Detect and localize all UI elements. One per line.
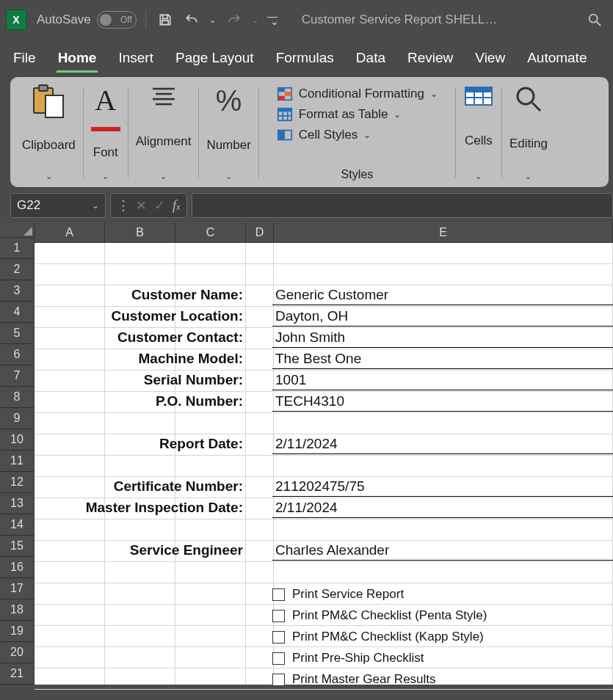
conditional-formatting-label: Conditional Formatting <box>299 87 424 101</box>
chevron-down-icon[interactable]: ⌄ <box>102 172 109 181</box>
conditional-formatting-button[interactable]: Conditional Formatting ⌄ <box>277 86 438 102</box>
row-header-14[interactable]: 14 <box>0 514 35 536</box>
chevron-down-icon[interactable]: ⌄ <box>475 172 482 181</box>
row-header-20[interactable]: 20 <box>0 642 35 663</box>
column-header-E[interactable]: E <box>274 222 613 243</box>
conditional-formatting-icon <box>277 86 293 102</box>
cell-styles-button[interactable]: Cell Styles ⌄ <box>277 127 438 143</box>
tab-page-layout[interactable]: Page Layout <box>174 45 255 73</box>
ribbon-group-cells[interactable]: Cells ⌄ <box>456 84 501 181</box>
save-button[interactable] <box>155 10 175 30</box>
format-as-table-icon <box>277 106 293 123</box>
autosave-toggle[interactable]: Off <box>97 11 137 29</box>
row-header-1[interactable]: 1 <box>0 238 35 259</box>
label-service-engineer: Service Engineer <box>35 542 247 558</box>
value-service-engineer[interactable]: Charles Alexander <box>272 542 613 561</box>
ribbon-group-alignment[interactable]: Alignment ⌄ <box>128 84 199 181</box>
value-report-date[interactable]: 2/11/2024 <box>272 436 613 454</box>
row-header-11[interactable]: 11 <box>0 451 35 472</box>
value-machine-model[interactable]: The Best One <box>272 351 613 369</box>
chevron-down-icon[interactable]: ⌄ <box>160 172 167 181</box>
value-customer-location[interactable]: Dayton, OH <box>272 308 613 327</box>
row-header-12[interactable]: 12 <box>0 472 35 493</box>
label-customer-contact: Customer Contact: <box>35 329 247 346</box>
ribbon-group-clipboard[interactable]: Clipboard ⌄ <box>15 84 83 181</box>
tab-review[interactable]: Review <box>406 45 454 73</box>
value-customer-name[interactable]: Generic Customer <box>272 287 613 305</box>
row-header-9[interactable]: 9 <box>0 408 35 429</box>
column-header-C[interactable]: C <box>175 222 246 243</box>
font-label: Font <box>93 145 118 160</box>
checkbox-label-2: Print PM&C Checklist (Penta Style) <box>292 608 487 623</box>
format-as-table-button[interactable]: Format as Table ⌄ <box>277 106 438 123</box>
checkbox-label-4: Print Pre-Ship Checklist <box>292 651 424 666</box>
tab-insert[interactable]: Insert <box>117 45 155 73</box>
row-header-10[interactable]: 10 <box>0 429 35 451</box>
svg-point-22 <box>518 88 534 104</box>
row-header-19[interactable]: 19 <box>0 621 35 642</box>
checkbox-row-1: Print Service Report <box>272 587 404 602</box>
accept-formula-button[interactable]: ✓ <box>154 197 165 214</box>
row-header-4[interactable]: 4 <box>0 302 35 323</box>
row-header-18[interactable]: 18 <box>0 599 35 621</box>
cells-label: Cells <box>465 134 493 148</box>
row-header-15[interactable]: 15 <box>0 536 35 557</box>
checkbox-1[interactable] <box>272 588 285 601</box>
formula-buttons: ⋮ ✕ ✓ fx <box>110 193 187 218</box>
svg-line-23 <box>532 103 540 111</box>
chevron-down-icon[interactable]: ⌄ <box>525 172 532 181</box>
ribbon-group-number[interactable]: % Number ⌄ <box>199 84 258 181</box>
row-header-2[interactable]: 2 <box>0 259 35 280</box>
formula-input[interactable] <box>192 193 613 218</box>
value-po-number[interactable]: TECH4310 <box>272 393 613 412</box>
column-header-B[interactable]: B <box>105 222 175 243</box>
row-header-5[interactable]: 5 <box>0 323 35 344</box>
percent-icon: % <box>216 84 242 117</box>
cell-grid[interactable]: Customer Name:Generic CustomerCustomer L… <box>35 243 613 685</box>
redo-button[interactable] <box>224 10 244 30</box>
row-header-17[interactable]: 17 <box>0 578 35 599</box>
autosave-state: Off <box>120 15 132 25</box>
select-all-corner[interactable] <box>0 222 35 238</box>
row-header-3[interactable]: 3 <box>0 280 35 302</box>
tab-file[interactable]: File <box>12 45 37 73</box>
ribbon-group-font[interactable]: A Font ⌄ <box>84 84 128 181</box>
label-po-number: P.O. Number: <box>35 393 247 409</box>
tab-home[interactable]: Home <box>57 45 98 73</box>
ribbon-group-editing[interactable]: Editing ⌄ <box>502 84 555 181</box>
tab-view[interactable]: View <box>474 45 507 73</box>
row-header-16[interactable]: 16 <box>0 557 35 578</box>
qat-customize-button[interactable]: ⌄ <box>266 10 287 30</box>
fx-icon[interactable]: fx <box>173 198 181 214</box>
checkbox-4[interactable] <box>272 652 285 665</box>
value-serial-number[interactable]: 1001 <box>272 372 613 390</box>
column-header-A[interactable]: A <box>35 222 105 243</box>
row-header-7[interactable]: 7 <box>0 365 35 387</box>
name-box[interactable]: G22 ⌄ <box>10 193 106 218</box>
checkbox-row-3: Print PM&C Checklist (Kapp Style) <box>272 630 484 644</box>
row-header-13[interactable]: 13 <box>0 493 35 514</box>
checkbox-5[interactable] <box>272 674 285 686</box>
value-master-inspection-date[interactable]: 2/11/2024 <box>272 500 613 518</box>
tab-data[interactable]: Data <box>355 45 387 73</box>
checkbox-row-2: Print PM&C Checklist (Penta Style) <box>272 608 487 623</box>
undo-dropdown[interactable]: ⌄ <box>208 10 218 30</box>
checkbox-3[interactable] <box>272 631 285 644</box>
drag-handle-icon[interactable]: ⋮ <box>117 197 128 214</box>
tab-formulas[interactable]: Formulas <box>275 45 335 73</box>
undo-button[interactable] <box>181 10 202 30</box>
value-certificate-number[interactable]: 211202475/75 <box>272 478 613 497</box>
value-customer-contact[interactable]: John Smith <box>272 329 613 348</box>
column-header-D[interactable]: D <box>246 222 274 243</box>
chevron-down-icon[interactable]: ⌄ <box>92 200 99 211</box>
chevron-down-icon[interactable]: ⌄ <box>46 172 52 181</box>
tab-automate[interactable]: Automate <box>526 45 588 73</box>
search-button[interactable] <box>582 7 607 32</box>
redo-dropdown[interactable]: ⌄ <box>250 10 261 30</box>
cancel-formula-button[interactable]: ✕ <box>136 197 147 214</box>
checkbox-2[interactable] <box>272 610 285 622</box>
chevron-down-icon[interactable]: ⌄ <box>225 172 232 181</box>
row-header-6[interactable]: 6 <box>0 344 35 365</box>
row-header-8[interactable]: 8 <box>0 387 35 408</box>
row-header-21[interactable]: 21 <box>0 663 35 685</box>
